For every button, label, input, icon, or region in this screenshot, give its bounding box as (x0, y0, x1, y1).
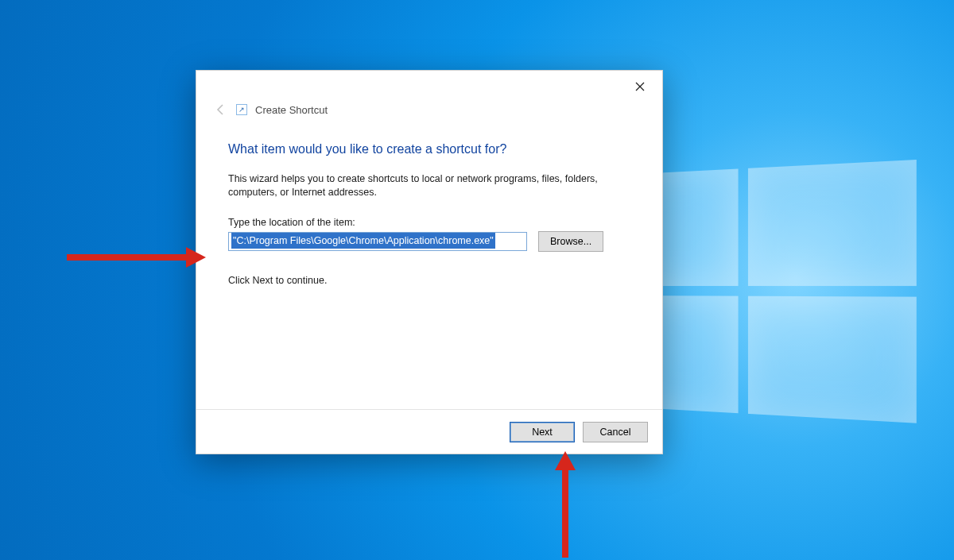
windows-logo-icon (622, 160, 906, 412)
back-arrow-icon (214, 102, 228, 117)
dialog-headline: What item would you like to create a sho… (228, 142, 630, 156)
dialog-title: Create Shortcut (255, 104, 328, 116)
annotation-arrow-left (67, 245, 206, 269)
continue-hint: Click Next to continue. (228, 274, 630, 288)
dialog-footer: Next Cancel (196, 409, 662, 454)
close-button[interactable] (622, 75, 657, 98)
dialog-titlebar (196, 71, 662, 102)
dialog-description: This wizard helps you to create shortcut… (228, 172, 630, 199)
create-shortcut-dialog: ↗ Create Shortcut What item would you li… (196, 70, 663, 454)
location-input[interactable]: "C:\Program Files\Google\Chrome\Applicat… (228, 232, 527, 251)
close-icon (635, 82, 645, 91)
annotation-arrow-bottom (553, 451, 577, 558)
dialog-content: What item would you like to create a sho… (196, 120, 662, 409)
location-label: Type the location of the item: (228, 217, 630, 228)
dialog-header-row: ↗ Create Shortcut (196, 102, 662, 120)
browse-button[interactable]: Browse... (538, 231, 603, 252)
shortcut-icon: ↗ (236, 104, 247, 115)
next-button[interactable]: Next (510, 422, 575, 442)
location-input-value: "C:\Program Files\Google\Chrome\Applicat… (231, 233, 495, 249)
cancel-button[interactable]: Cancel (583, 422, 648, 442)
